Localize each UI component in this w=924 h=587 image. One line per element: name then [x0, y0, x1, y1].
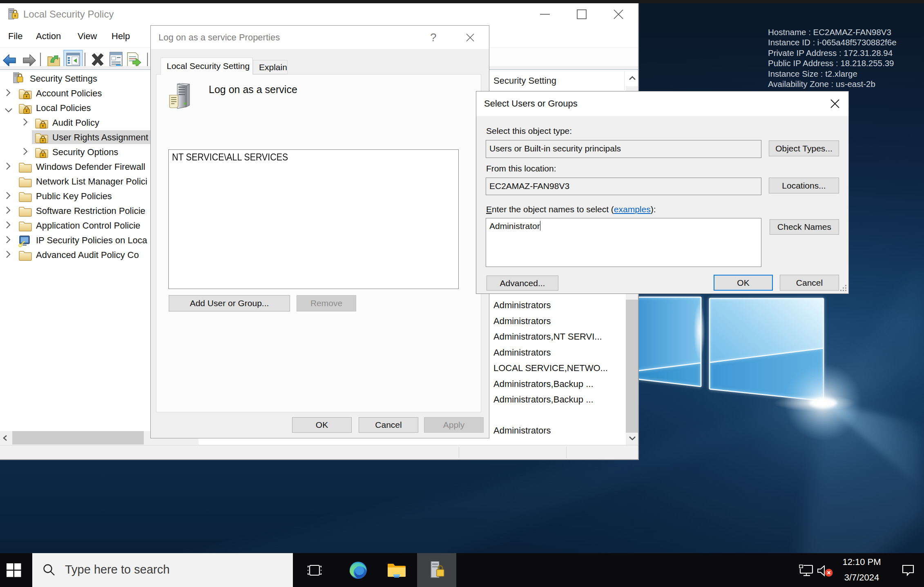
svg-text:?: ? — [430, 31, 437, 44]
